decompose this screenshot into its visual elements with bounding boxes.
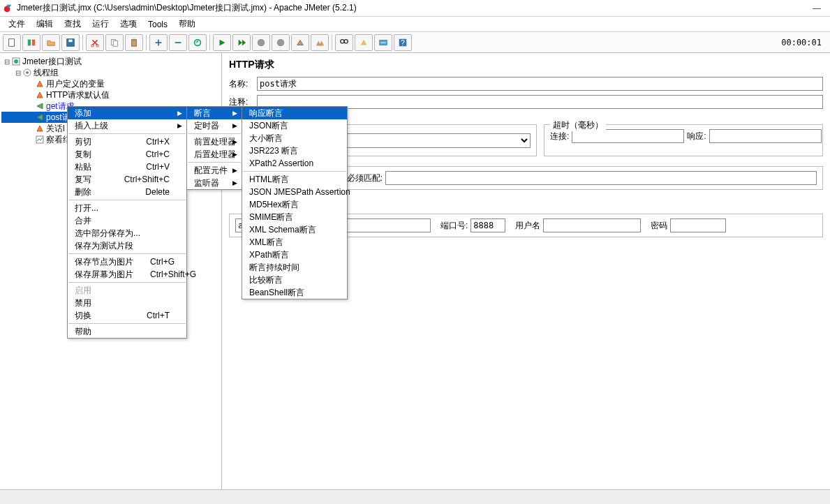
tree-httpdefaults[interactable]: HTTP请求默认值	[1, 89, 220, 101]
menu-search[interactable]: 查找	[59, 17, 87, 31]
ctx-add-config[interactable]: 配置元件▶	[187, 164, 242, 177]
menu-edit[interactable]: 编辑	[31, 17, 59, 31]
tree-root[interactable]: ⊟ Jmeter接口测试	[1, 56, 220, 67]
elapsed-timer: 00:00:01	[781, 38, 827, 47]
ctx-save-node-img[interactable]: 保存节点为图片Ctrl+G	[68, 255, 186, 268]
ctx-merge[interactable]: 合并	[68, 214, 186, 227]
toggle-button[interactable]	[188, 34, 207, 51]
start-no-pause-button[interactable]	[232, 34, 251, 51]
ctx-add-timer[interactable]: 定时器▶	[187, 119, 242, 132]
ctx-assert-json[interactable]: JSON断言	[242, 119, 347, 132]
config-icon	[35, 79, 45, 89]
tree-threadgroup[interactable]: ⊟ 线程组	[1, 67, 220, 78]
ctx-assert-xpath2[interactable]: XPath2 Assertion	[242, 157, 347, 170]
paste-button[interactable]	[125, 34, 143, 51]
ctx-help[interactable]: 帮助	[68, 325, 186, 338]
ctx-duplicate[interactable]: 复写Ctrl+Shift+C	[68, 173, 186, 186]
templates-button[interactable]	[22, 34, 40, 51]
new-button[interactable]	[3, 34, 21, 51]
expand-button[interactable]	[149, 34, 168, 51]
ctx-add-listener[interactable]: 监听器▶	[187, 177, 242, 189]
jmeter-app-icon	[3, 3, 13, 13]
clear-all-button[interactable]	[311, 34, 329, 51]
chevron-right-icon: ▶	[232, 151, 237, 158]
svg-rect-11	[133, 38, 135, 40]
port-input[interactable]	[470, 218, 505, 232]
ctx-assert-xmlschema[interactable]: XML Schema断言	[242, 223, 347, 236]
ctx-assert-size[interactable]: 大小断言	[242, 132, 347, 144]
ctx-assert-html[interactable]: HTML断言	[242, 173, 347, 186]
help-button[interactable]: ?	[394, 34, 412, 51]
open-button[interactable]	[42, 34, 60, 51]
collapse-icon[interactable]: ⊟	[3, 58, 11, 66]
panel-title: HTTP请求	[229, 59, 823, 71]
copy-button[interactable]	[105, 34, 124, 51]
start-button[interactable]	[213, 34, 231, 51]
status-bar	[0, 489, 830, 504]
ctx-assert-smime[interactable]: SMIME断言	[242, 211, 347, 223]
ctx-add[interactable]: 添加▶	[68, 107, 186, 119]
collapse-icon[interactable]: ⊟	[14, 69, 22, 77]
ctx-paste[interactable]: 粘贴Ctrl+V	[68, 161, 186, 173]
config-icon	[35, 124, 45, 133]
connect-label: 连接:	[550, 131, 569, 142]
menu-file[interactable]: 文件	[3, 17, 31, 31]
ctx-add-postproc[interactable]: 后置处理器▶	[187, 148, 242, 161]
url-match-input[interactable]	[385, 171, 817, 185]
ctx-save-screen-img[interactable]: 保存屏幕为图片Ctrl+Shift+G	[68, 268, 186, 281]
chevron-right-icon: ▶	[232, 167, 237, 174]
minimize-button[interactable]: —	[806, 3, 827, 13]
cut-button[interactable]	[86, 34, 104, 51]
search-button[interactable]	[335, 34, 353, 51]
menu-options[interactable]: 选项	[114, 17, 142, 31]
context-submenu-add: 断言▶ 定时器▶ 前置处理器▶ 后置处理器▶ 配置元件▶ 监听器▶	[186, 106, 242, 190]
titlebar: Jmeter接口测试.jmx (C:\Users\admin\Desktop\J…	[0, 0, 830, 17]
menu-help[interactable]: 帮助	[173, 17, 201, 31]
ctx-disable[interactable]: 禁用	[68, 297, 186, 309]
reset-search-button[interactable]	[355, 34, 373, 51]
response-input[interactable]	[709, 129, 822, 143]
tree-uservars[interactable]: 用户定义的变量	[1, 78, 220, 89]
toolbar: ? 00:00:01	[0, 32, 830, 53]
ctx-cut[interactable]: 剪切Ctrl+X	[68, 135, 186, 148]
svg-rect-1	[9, 38, 15, 46]
collapse-button[interactable]	[169, 34, 187, 51]
chevron-right-icon: ▶	[232, 179, 237, 186]
connect-input[interactable]	[572, 129, 684, 143]
pass-input[interactable]	[670, 218, 726, 232]
ctx-delete[interactable]: 删除Delete	[68, 186, 186, 198]
save-button[interactable]	[61, 34, 80, 51]
ctx-copy[interactable]: 复制Ctrl+C	[68, 148, 186, 161]
clear-button[interactable]	[291, 34, 309, 51]
ctx-add-preproc[interactable]: 前置处理器▶	[187, 135, 242, 148]
ctx-assert-jsr223[interactable]: JSR223 断言	[242, 144, 347, 157]
ctx-assert-md5[interactable]: MD5Hex断言	[242, 198, 347, 211]
ctx-insert-parent[interactable]: 插入上级▶	[68, 119, 186, 132]
ctx-assert-compare[interactable]: 比较断言	[242, 274, 347, 286]
context-submenu-assertions: 响应断言 JSON断言 大小断言 JSR223 断言 XPath2 Assert…	[242, 106, 348, 299]
svg-rect-5	[68, 39, 72, 42]
ctx-assert-jmespath[interactable]: JSON JMESPath Assertion	[242, 186, 347, 198]
name-input[interactable]	[257, 77, 823, 91]
ctx-assert-xpath[interactable]: XPath断言	[242, 249, 347, 261]
ctx-save-selection[interactable]: 选中部分保存为...	[68, 227, 186, 239]
stop-button[interactable]	[252, 34, 270, 51]
menu-run[interactable]: 运行	[87, 17, 114, 31]
ctx-toggle[interactable]: 切换Ctrl+T	[68, 309, 186, 322]
timeout-legend: 超时（毫秒）	[550, 119, 606, 131]
shutdown-button[interactable]	[272, 34, 290, 51]
ctx-assert-duration[interactable]: 断言持续时间	[242, 261, 347, 274]
user-input[interactable]	[543, 218, 641, 232]
ctx-assert-xml[interactable]: XML断言	[242, 236, 347, 249]
menubar: 文件 编辑 查找 运行 选项 Tools 帮助	[0, 17, 830, 32]
svg-point-15	[344, 39, 348, 43]
menu-tools[interactable]: Tools	[142, 18, 173, 31]
ctx-assert-response[interactable]: 响应断言	[242, 107, 347, 119]
ctx-open[interactable]: 打开...	[68, 202, 186, 214]
ctx-add-assert[interactable]: 断言▶	[187, 107, 242, 119]
svg-text:?: ?	[401, 38, 405, 46]
ctx-assert-beanshell[interactable]: BeanShell断言	[242, 286, 347, 299]
listener-icon	[35, 135, 45, 144]
ctx-save-fragment[interactable]: 保存为测试片段	[68, 239, 186, 252]
function-helper-button[interactable]	[374, 34, 392, 51]
